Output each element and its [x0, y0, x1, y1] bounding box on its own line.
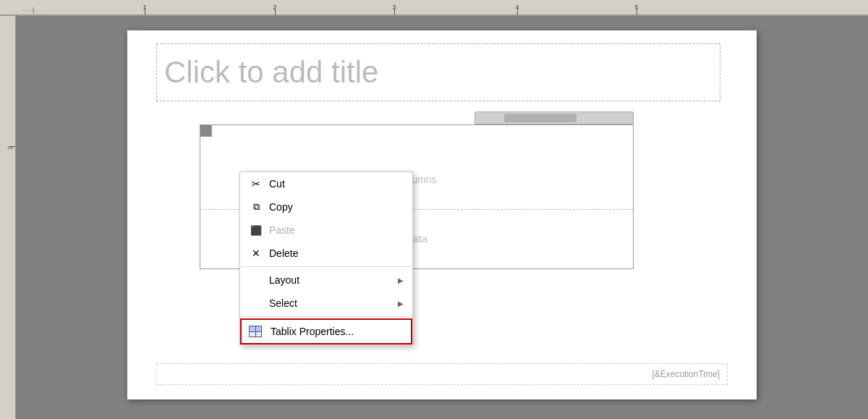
layout-arrow: ▶	[398, 276, 404, 284]
ruler-top: · · · | · · 1 2 3 4 5	[0, 0, 868, 16]
tablix-label: Tablix Properties...	[271, 326, 402, 337]
context-menu-cut[interactable]: ✂ Cut	[240, 172, 412, 195]
footer-area: [&ExecutionTime]	[156, 363, 728, 385]
slide: Click to add title Columns	[127, 30, 757, 399]
context-menu-layout[interactable]: Layout ▶	[240, 268, 412, 292]
menu-separator-2	[240, 316, 412, 317]
select-icon	[249, 296, 263, 310]
context-menu-tablix[interactable]: Tablix Properties...	[240, 318, 412, 344]
tablix-icon	[250, 324, 265, 339]
context-menu-paste[interactable]: ⬛ Paste	[240, 219, 412, 242]
layout-icon	[249, 273, 263, 287]
paste-icon: ⬛	[249, 223, 263, 237]
table-corner	[200, 125, 212, 137]
copy-icon: ⧉	[249, 200, 263, 214]
cut-icon: ✂	[249, 177, 263, 191]
cut-label: Cut	[269, 178, 404, 190]
context-menu: ✂ Cut ⧉ Copy ⬛ Paste ✕ Delete L	[239, 172, 413, 345]
paste-label: Paste	[269, 224, 404, 236]
select-arrow: ▶	[398, 300, 404, 308]
scrollbar-thumb	[504, 114, 576, 122]
delete-icon: ✕	[249, 246, 263, 261]
context-menu-copy[interactable]: ⧉ Copy	[240, 195, 412, 219]
canvas-area: Click to add title Columns	[16, 16, 868, 419]
delete-label: Delete	[269, 247, 404, 259]
menu-separator-1	[240, 266, 412, 267]
select-label: Select	[269, 297, 398, 309]
context-menu-select[interactable]: Select ▶	[240, 292, 412, 315]
copy-label: Copy	[269, 201, 404, 213]
layout-label: Layout	[269, 274, 398, 286]
context-menu-delete[interactable]: ✕ Delete	[240, 242, 412, 265]
table-scrollbar[interactable]	[475, 111, 634, 124]
ruler-left: 2	[0, 16, 16, 419]
slide-title-placeholder: Click to add title	[164, 55, 378, 90]
execution-time-text: [&ExecutionTime]	[652, 369, 720, 379]
slide-title-area[interactable]: Click to add title	[156, 43, 720, 101]
